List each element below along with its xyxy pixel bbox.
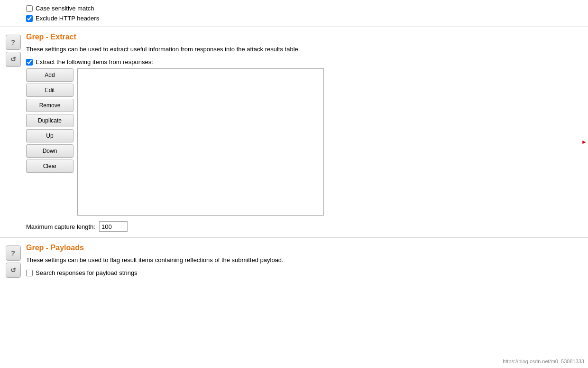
- grep-extract-section: ? ↺ Grep - Extract These settings can be…: [0, 27, 588, 238]
- grep-payloads-section: ? ↺ Grep - Payloads These settings can b…: [0, 238, 588, 285]
- grep-extract-content: Grep - Extract These settings can be use…: [26, 33, 588, 232]
- grep-extract-description: These settings can be used to extract us…: [26, 45, 579, 54]
- search-payloads-checkbox[interactable]: [26, 270, 33, 276]
- refresh-icon-payloads: ↺: [10, 266, 16, 274]
- grep-extract-refresh-button[interactable]: ↺: [6, 52, 21, 67]
- grep-payloads-icons: ? ↺: [0, 244, 26, 280]
- grep-payloads-refresh-button[interactable]: ↺: [6, 263, 21, 278]
- capture-length-row: Maximum capture length:: [26, 221, 579, 232]
- down-button[interactable]: Down: [26, 144, 74, 158]
- edit-button[interactable]: Edit: [26, 84, 74, 97]
- capture-length-input[interactable]: [99, 221, 128, 232]
- search-payloads-label: Search responses for payload strings: [36, 269, 138, 276]
- extract-list[interactable]: [77, 68, 324, 216]
- extract-checkbox-row: Extract the following items from respons…: [26, 58, 579, 66]
- refresh-icon: ↺: [10, 56, 16, 63]
- extract-items-label: Extract the following items from respons…: [36, 58, 153, 66]
- exclude-http-row: Exclude HTTP headers: [26, 15, 562, 22]
- add-button[interactable]: Add: [26, 68, 74, 82]
- watermark: https://blog.csdn.net/m0_53081333: [503, 359, 584, 364]
- grep-extract-icons: ? ↺: [0, 33, 26, 232]
- grep-extract-help-button[interactable]: ?: [6, 35, 21, 50]
- grep-payloads-description: These settings can be used to flag resul…: [26, 256, 579, 264]
- grep-payloads-content: Grep - Payloads These settings can be us…: [26, 244, 588, 280]
- help-icon-payloads: ?: [11, 249, 15, 257]
- grep-extract-title: Grep - Extract: [26, 33, 579, 41]
- payload-search-row: Search responses for payload strings: [26, 269, 579, 276]
- exclude-http-label: Exclude HTTP headers: [36, 15, 99, 22]
- list-area-wrapper: ►: [77, 68, 579, 216]
- remove-button[interactable]: Remove: [26, 99, 74, 112]
- case-sensitive-checkbox[interactable]: [26, 5, 33, 12]
- up-button[interactable]: Up: [26, 129, 74, 142]
- extract-items-checkbox[interactable]: [26, 59, 33, 66]
- exclude-http-checkbox[interactable]: [26, 15, 33, 22]
- page-wrapper: Case sensitive match Exclude HTTP header…: [0, 0, 588, 368]
- extract-button-column: Add Edit Remove Duplicate Up Down Clear: [26, 68, 74, 216]
- grep-payloads-help-button[interactable]: ?: [6, 245, 21, 261]
- capture-length-label: Maximum capture length:: [26, 223, 95, 230]
- extract-controls: Add Edit Remove Duplicate Up Down Clear …: [26, 68, 579, 216]
- expand-arrow-icon: ►: [581, 139, 587, 145]
- help-icon: ?: [11, 38, 15, 46]
- case-sensitive-row: Case sensitive match: [26, 5, 562, 12]
- grep-payloads-title: Grep - Payloads: [26, 244, 579, 252]
- clear-button[interactable]: Clear: [26, 160, 74, 173]
- duplicate-button[interactable]: Duplicate: [26, 114, 74, 127]
- case-sensitive-label: Case sensitive match: [36, 5, 94, 12]
- top-section: Case sensitive match Exclude HTTP header…: [0, 0, 588, 27]
